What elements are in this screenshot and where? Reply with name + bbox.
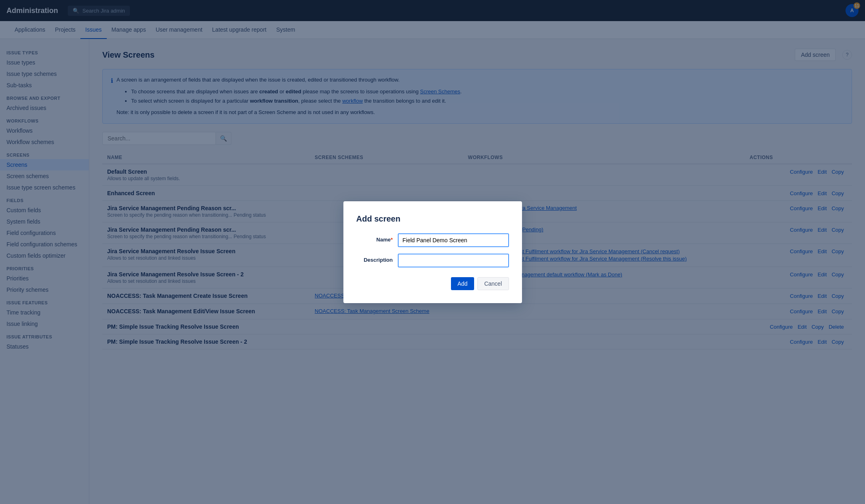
add-button[interactable]: Add [451, 277, 474, 290]
name-label: Name* [356, 233, 393, 243]
cancel-button[interactable]: Cancel [477, 277, 509, 290]
description-label: Description [356, 254, 393, 263]
required-star: * [390, 237, 393, 243]
name-input[interactable] [398, 233, 509, 247]
modal-overlay[interactable]: Add screen Name* Description Add Cancel [0, 0, 865, 504]
description-field-row: Description [356, 254, 509, 267]
name-field-row: Name* [356, 233, 509, 247]
modal-title: Add screen [356, 214, 509, 224]
modal-actions: Add Cancel [356, 277, 509, 290]
add-screen-modal: Add screen Name* Description Add Cancel [343, 201, 522, 303]
description-input[interactable] [398, 254, 509, 267]
